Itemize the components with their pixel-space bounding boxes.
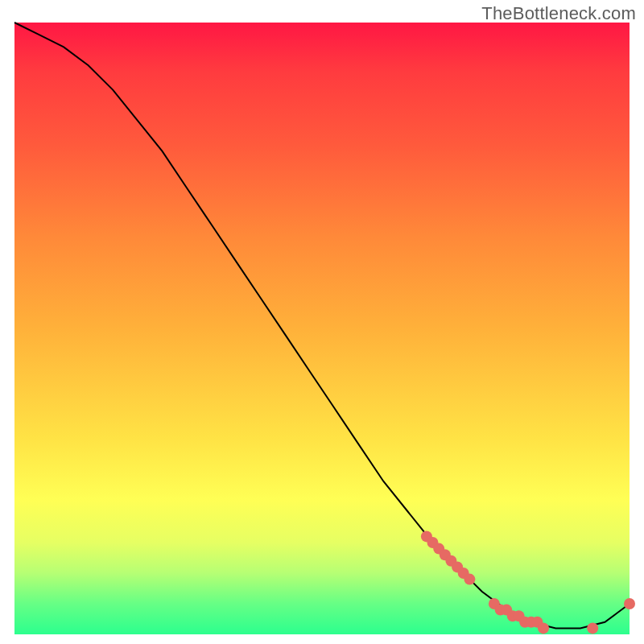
- plot-area: [14, 23, 630, 634]
- data-markers: [421, 530, 635, 634]
- data-marker: [464, 574, 475, 585]
- chart-svg: [14, 23, 630, 634]
- data-marker: [587, 622, 598, 634]
- data-marker: [538, 622, 549, 634]
- curve-path: [14, 23, 630, 628]
- bottleneck-curve: [14, 23, 630, 628]
- watermark-text: TheBottleneck.com: [481, 3, 636, 24]
- chart-container: TheBottleneck.com: [0, 0, 644, 644]
- data-marker: [624, 598, 635, 609]
